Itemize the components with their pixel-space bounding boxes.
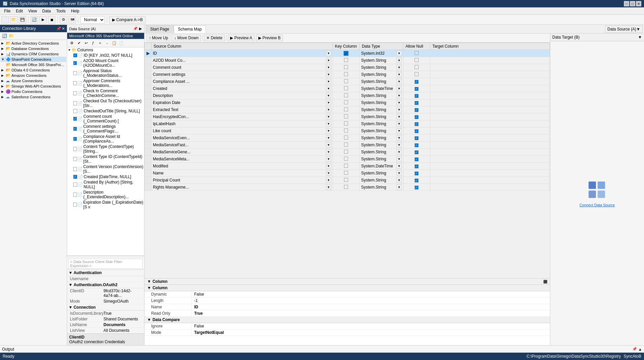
allownull-checked-icon[interactable]: ✓ [415,150,419,154]
source-dropdown-btn[interactable]: ▼ [326,51,331,56]
key-checkbox[interactable] [344,86,348,90]
source-dropdown-btn[interactable]: ▼ [326,177,331,183]
source-dropdown-btn[interactable]: ▼ [326,93,331,98]
dtype-dropdown-btn[interactable]: ▼ [396,107,402,112]
allownull-checkbox[interactable] [415,72,419,76]
key-checkbox[interactable] [344,185,348,189]
key-checked-icon[interactable]: ✓ [344,51,348,56]
menu-view[interactable]: View [26,8,40,14]
tree-item-odata[interactable]: 📂 Microsoft Office 365 SharePoint Online [5,62,66,67]
dtype-dropdown-btn[interactable]: ▼ [396,121,402,126]
maximize-button[interactable]: □ [630,1,635,6]
ds-item-11[interactable]: 📄 Content Type ID (ContentTypeId) [St... [73,154,144,164]
menu-edit[interactable]: Edit [13,8,26,14]
allownull-checked-icon[interactable]: ✓ [415,129,419,133]
dtype-dropdown-btn[interactable]: ▼ [396,170,402,176]
key-checkbox[interactable] [344,100,348,104]
ds-item-4[interactable]: 📄 Check In Comment (_CheckInComme... [73,88,144,98]
preview-b-button[interactable]: ▶ Preview B [256,35,283,41]
dtype-dropdown-btn[interactable]: ▼ [396,185,402,190]
source-dropdown-btn[interactable]: ▼ [326,163,331,169]
source-dropdown-btn[interactable]: ▼ [326,149,331,155]
dtype-dropdown-btn[interactable]: ▼ [396,51,402,56]
ds-check-btn[interactable]: ✔ [76,40,82,46]
dtype-dropdown-btn[interactable]: ▼ [396,156,402,162]
menu-data[interactable]: Data [40,8,53,14]
menu-file[interactable]: File [1,8,13,14]
checkbox-checked-icon[interactable]: ✓ [73,137,77,141]
pin-output-button[interactable]: 📌 [632,347,637,351]
source-dropdown-btn[interactable]: ▼ [326,156,331,162]
refresh-button[interactable]: 🔄 [31,16,38,23]
tree-item-odata4[interactable]: ▶ 📂 OData 4.0 Connections [1,67,66,73]
allownull-checked-icon[interactable]: ✓ [415,178,419,183]
source-dropdown-btn[interactable]: ▼ [326,72,331,77]
col-section[interactable]: ▼ Column [144,285,550,291]
tree-item-sharepoint[interactable]: ▼ 🔷 SharePoint Connections [1,57,66,62]
expand-output-button[interactable]: ▲ [638,347,642,351]
dtype-dropdown-btn[interactable]: ▼ [396,142,402,148]
ds-formula-btn[interactable]: ƒ [90,40,96,46]
key-checkbox[interactable] [344,178,348,182]
move-up-button[interactable]: ↑ Move Up [146,35,170,41]
map-button[interactable]: 🗺 [69,16,76,23]
move-down-button[interactable]: ↓ Move Down [172,35,201,41]
h-scrollbar[interactable] [67,255,144,258]
source-dropdown-btn[interactable]: ▼ [326,128,331,134]
allownull-checked-icon[interactable]: ✓ [415,115,419,119]
ds-item-1[interactable]: ✓ 📄 A2OD Mount Count (A2ODMountCo... [73,58,144,68]
ds-item-7[interactable]: ✓ 📄 Comment count (_CommentCount) [ [73,114,144,124]
checkbox-checked-icon[interactable]: ✓ [73,61,77,65]
key-checkbox[interactable] [344,114,348,118]
allownull-checked-icon[interactable]: ✓ [415,87,419,91]
new-button[interactable]: 📄 [1,16,9,23]
checkbox-checked-icon[interactable]: ✓ [73,53,77,57]
allownull-checkbox[interactable] [415,51,419,55]
tree-item-active-directory[interactable]: ▶ 📂 Active Directory Connections [1,41,66,46]
column-section-header[interactable]: ▼ Column ⬛ [144,278,550,285]
ds-item-12[interactable]: 📄 Content Version (ContentVersion) [S... [73,164,144,174]
dtype-dropdown-btn[interactable]: ▼ [396,177,402,183]
tree-item-azure[interactable]: ▶ ☁ Azure Connections [1,78,66,84]
ds-paste-btn[interactable]: 📄 [118,40,125,46]
allownull-checkbox[interactable] [415,58,419,62]
ds-item-8[interactable]: ✓ 📄 Comment settings (_CommentFlags:... [73,124,144,134]
ds-item-16[interactable]: 📄 Expiration Date (_ExpirationDate) [S v [73,200,144,210]
run-button[interactable]: ▶ [39,16,47,23]
source-dropdown-btn[interactable]: ▼ [326,185,331,190]
checkbox-icon[interactable] [73,109,77,113]
dtype-dropdown-btn[interactable]: ▼ [396,65,402,70]
ds-copy-btn[interactable]: 📋 [111,40,118,46]
key-checkbox[interactable] [344,72,348,76]
ds-remove-btn[interactable]: - [104,40,111,46]
dtype-dropdown-btn[interactable]: ▼ [396,149,402,155]
tree-item-database[interactable]: ▶ 📂 Database Connections [1,46,66,51]
auth-section[interactable]: ▼ Authentication [67,270,144,276]
key-checkbox[interactable] [344,128,348,133]
checkbox-icon[interactable] [73,91,77,95]
allownull-checked-icon[interactable]: ✓ [415,164,419,168]
checkbox-icon[interactable] [73,203,77,207]
ds-item-0[interactable]: ✓ 📄 ID [KEY ,Int32, NOT NULL] [73,53,144,58]
connect-datasource-link[interactable]: Connect Data Source [579,203,615,207]
ds-item-9[interactable]: ✓ 📄 Compliance Asset Id (ComplianceAs... [73,134,144,144]
allownull-checked-icon[interactable]: ✓ [415,80,419,84]
checkbox-icon[interactable] [73,157,77,161]
oauth-section[interactable]: ▼ Authentication.OAuth2 [67,282,144,288]
ds-refresh-btn[interactable]: ⚙ [69,40,75,46]
source-dropdown-btn[interactable]: ▼ [326,79,331,84]
pin-ds-button[interactable]: 📌 [133,26,138,31]
ds-uncheck-btn[interactable]: ↩ [83,40,89,46]
source-dropdown-btn[interactable]: ▼ [326,58,331,63]
open-button[interactable]: 📁 [10,16,17,23]
checkbox-icon[interactable] [73,71,77,75]
allownull-checked-icon[interactable]: ✓ [415,101,419,105]
dtype-dropdown-btn[interactable]: ▼ [396,58,402,63]
add-conn-button[interactable]: 📁 [8,33,14,39]
tree-item-amazon[interactable]: ▶ 📂 Amazon Connections [1,73,66,78]
expand-ds-button[interactable]: ▶ [139,26,142,31]
data-compare-section[interactable]: ▼ Data Compare [144,317,550,323]
key-checkbox[interactable] [344,79,348,83]
key-checkbox[interactable] [344,136,348,140]
dtype-dropdown-btn[interactable]: ▼ [396,114,402,119]
